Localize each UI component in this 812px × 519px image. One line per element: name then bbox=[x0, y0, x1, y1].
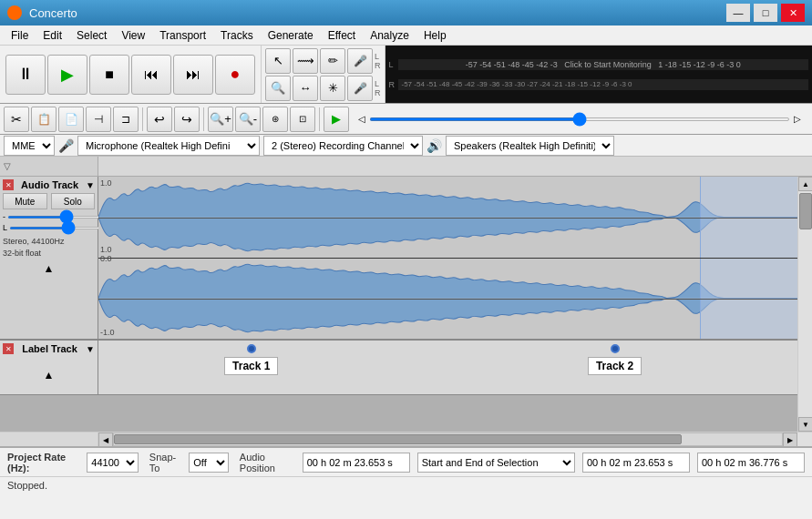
close-button[interactable]: ✕ bbox=[781, 4, 805, 22]
redo-button[interactable]: ↪ bbox=[174, 107, 200, 132]
scale-bot-top: 1.0 bbox=[100, 245, 112, 254]
center-line-bot bbox=[98, 299, 797, 300]
select-tool-button[interactable]: ↖ bbox=[265, 48, 291, 74]
app-icon bbox=[7, 5, 22, 20]
menu-view[interactable]: View bbox=[114, 27, 152, 44]
label-track-collapse-button[interactable]: ▼ bbox=[86, 344, 95, 354]
audio-track: ✕ Audio Track ▼ Mute Solo - + L R bbox=[0, 177, 797, 341]
menu-file[interactable]: File bbox=[4, 27, 36, 44]
second-toolbar: ✂ 📋 📄 ⊣ ⊐ ↩ ↪ 🔍+ 🔍- ⊛ ⊡ ▶ ◁ ▷ bbox=[0, 104, 812, 135]
label-expand-button[interactable]: ▲ bbox=[44, 369, 55, 382]
monitor-button[interactable]: 🎤 bbox=[347, 76, 373, 101]
empty-track-area bbox=[0, 395, 797, 432]
gain-slider[interactable] bbox=[369, 117, 790, 121]
label-track-name: Label Track bbox=[22, 343, 77, 354]
label-track-control: ✕ Label Track ▼ ▲ bbox=[0, 341, 98, 394]
cut-button[interactable]: ✂ bbox=[4, 107, 29, 132]
microphone-icon: 🎤 bbox=[58, 138, 74, 153]
label-2-dot bbox=[611, 344, 620, 353]
speaker-select[interactable]: Speakers (Realtek High Definiti) bbox=[446, 136, 614, 156]
trim-button[interactable]: ⊣ bbox=[86, 107, 111, 132]
menu-help[interactable]: Help bbox=[416, 27, 454, 44]
selection-type-select[interactable]: Start and End of Selection bbox=[417, 453, 575, 473]
minimize-button[interactable]: — bbox=[726, 4, 750, 22]
sel-start-input[interactable] bbox=[582, 453, 690, 473]
app-title: Concerto bbox=[29, 6, 726, 20]
menu-select[interactable]: Select bbox=[69, 27, 114, 44]
track-close-button[interactable]: ✕ bbox=[3, 179, 14, 190]
timeshift-button[interactable]: ↔ bbox=[293, 76, 318, 101]
ruler-marks: -15 0 15 30 45 1:00 1:15 1:30 1:45 2:00 … bbox=[98, 157, 812, 176]
pan-left: L bbox=[3, 223, 7, 232]
maximize-button[interactable]: □ bbox=[754, 4, 777, 22]
menu-analyze[interactable]: Analyze bbox=[363, 27, 416, 44]
api-select[interactable]: MME bbox=[4, 136, 55, 156]
vu-meter-area: L -57 -54 -51 -48 -45 -42 -3 Click to St… bbox=[385, 46, 813, 103]
hscroll-left-button[interactable]: ◀ bbox=[98, 432, 113, 447]
time-ruler: ▽ -15 0 15 30 45 1:00 1:15 1:30 1:45 2:0… bbox=[0, 157, 812, 177]
menu-generate[interactable]: Generate bbox=[261, 27, 321, 44]
gain-max-label: ▷ bbox=[794, 114, 801, 124]
label-1-dot bbox=[247, 344, 256, 353]
mic-button[interactable]: 🎤 bbox=[347, 48, 373, 74]
sel-end-input[interactable] bbox=[697, 453, 805, 473]
gain-min-label: ◁ bbox=[358, 114, 365, 124]
scroll-up-button[interactable]: ▲ bbox=[798, 177, 812, 191]
click-to-monitor[interactable]: -57 -54 -51 -48 -45 -42 -3 Click to Star… bbox=[398, 59, 809, 70]
ruler-spacer: ▽ bbox=[0, 157, 98, 176]
bottom-bar: Project Rate (Hz): 44100 Snap-To Off Aud… bbox=[0, 446, 812, 497]
audio-position-input[interactable] bbox=[303, 453, 410, 473]
solo-button[interactable]: Solo bbox=[51, 193, 96, 209]
menu-effect[interactable]: Effect bbox=[321, 27, 363, 44]
snap-select[interactable]: Off bbox=[189, 453, 229, 473]
zoom-fit-button[interactable]: ⊡ bbox=[290, 107, 315, 132]
zoom-sel-button[interactable]: ⊛ bbox=[262, 107, 288, 132]
mute-button[interactable]: Mute bbox=[3, 193, 47, 209]
copy-button[interactable]: 📋 bbox=[31, 107, 57, 132]
paste-button[interactable]: 📄 bbox=[58, 107, 84, 132]
envelope-tool-button[interactable]: ⟿ bbox=[293, 48, 318, 74]
status-text: Stopped. bbox=[7, 480, 47, 491]
prev-button[interactable]: ⏮ bbox=[131, 55, 171, 95]
play-green-button[interactable]: ▶ bbox=[324, 107, 349, 132]
multi-tool-button[interactable]: ✳ bbox=[320, 76, 345, 101]
device-row: MME 🎤 Microphone (Realtek High Defini 2 … bbox=[0, 135, 812, 157]
stop-button[interactable]: ■ bbox=[89, 55, 129, 95]
project-rate-select[interactable]: 44100 bbox=[87, 453, 139, 473]
vertical-scrollbar: ▲ ▼ bbox=[797, 177, 812, 432]
scroll-down-button[interactable]: ▼ bbox=[798, 417, 812, 432]
zoom-in-button[interactable]: 🔍+ bbox=[208, 107, 233, 132]
menu-transport[interactable]: Transport bbox=[152, 27, 213, 44]
undo-button[interactable]: ↩ bbox=[147, 107, 172, 132]
mic-device-select[interactable]: Microphone (Realtek High Defini bbox=[77, 136, 260, 156]
pause-button[interactable]: ⏸ bbox=[5, 55, 46, 95]
vu-scale: -57 -54 -51 -48 -45 -42 -39 -36 -33 -30 … bbox=[398, 80, 809, 88]
waveform-area[interactable]: 1.0 0.0 1.0 -1.0 bbox=[98, 177, 797, 339]
menu-tracks[interactable]: Tracks bbox=[213, 27, 261, 44]
hscroll-thumb[interactable] bbox=[114, 434, 682, 444]
next-button[interactable]: ⏭ bbox=[173, 55, 213, 95]
label-2-text: Track 2 bbox=[588, 357, 642, 375]
titlebar: Concerto — □ ✕ bbox=[0, 0, 812, 25]
project-rate-label: Project Rate (Hz): bbox=[7, 452, 79, 473]
channels-select[interactable]: 2 (Stereo) Recording Channels bbox=[263, 136, 423, 156]
track-expand-button[interactable]: ▲ bbox=[44, 262, 55, 275]
zoom-tool-button[interactable]: 🔍 bbox=[265, 76, 291, 101]
tools-section: ↖ ⟿ ✏ 🎤 LR 🔍 ↔ ✳ 🎤 LR bbox=[262, 46, 385, 103]
silence-button[interactable]: ⊐ bbox=[113, 107, 139, 132]
scroll-thumb-v[interactable] bbox=[799, 193, 812, 229]
scale-top: 1.0 bbox=[100, 178, 112, 188]
menu-edit[interactable]: Edit bbox=[36, 27, 69, 44]
record-button[interactable]: ● bbox=[215, 55, 255, 95]
hscroll-right-button[interactable]: ▶ bbox=[783, 432, 797, 447]
snap-label: Snap-To bbox=[149, 452, 181, 473]
scale-bot: -1.0 bbox=[100, 328, 115, 337]
zoom-out-button[interactable]: 🔍- bbox=[235, 107, 261, 132]
bottom-controls: Project Rate (Hz): 44100 Snap-To Off Aud… bbox=[0, 448, 812, 477]
play-button[interactable]: ▶ bbox=[47, 55, 87, 95]
label-track-close-button[interactable]: ✕ bbox=[3, 343, 14, 354]
draw-tool-button[interactable]: ✏ bbox=[320, 48, 345, 74]
track-collapse-button[interactable]: ▼ bbox=[86, 180, 95, 190]
main-area: ✕ Audio Track ▼ Mute Solo - + L R bbox=[0, 177, 812, 432]
hscroll-end-spacer bbox=[797, 432, 812, 446]
